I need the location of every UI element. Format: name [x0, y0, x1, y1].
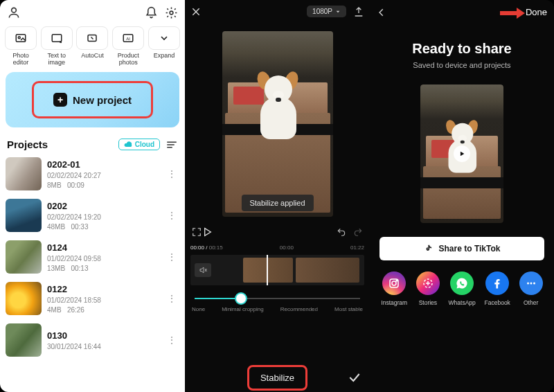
close-icon[interactable] [190, 6, 202, 17]
project-list: 0202-01 02/02/2024 20:27 8MB 00:09 ⋮ 020… [0, 153, 185, 361]
svg-point-10 [396, 280, 397, 282]
redo-icon[interactable] [353, 227, 363, 237]
project-thumbnail [6, 323, 42, 357]
video-preview[interactable]: Stabilize applied [195, 24, 360, 224]
playhead[interactable] [267, 255, 268, 285]
editor-panel: 1080P Stabilize applied 00:00 / 0 [185, 0, 370, 392]
fullscreen-icon[interactable] [192, 227, 202, 237]
social-row: Instagram Stories WhatsApp Facebook Othe… [370, 260, 554, 306]
svg-point-12 [527, 283, 529, 285]
done-button[interactable]: Done [526, 7, 547, 17]
resolution-dropdown[interactable]: 1080P [307, 6, 346, 17]
more-icon[interactable]: ⋮ [164, 335, 179, 346]
stabilize-button[interactable]: Stabilize [247, 365, 307, 391]
svg-point-9 [392, 281, 396, 285]
share-subtitle: Saved to device and projects [370, 61, 554, 69]
share-facebook[interactable]: Facebook [485, 271, 510, 306]
project-thumbnail [6, 240, 42, 274]
toast: Stabilize applied [241, 195, 313, 211]
mute-icon[interactable] [195, 263, 211, 277]
play-icon [454, 145, 470, 162]
svg-point-1 [170, 11, 173, 15]
cloud-chip[interactable]: Cloud [118, 139, 160, 150]
bell-icon[interactable] [145, 6, 158, 19]
project-row[interactable]: 0130 30/01/2024 16:44 ⋮ [4, 319, 181, 361]
export-icon[interactable] [353, 6, 364, 17]
svg-point-0 [12, 8, 17, 12]
confirm-icon[interactable] [348, 371, 361, 384]
clip[interactable] [296, 258, 359, 283]
undo-icon[interactable] [337, 227, 346, 237]
share-title: Ready to share [370, 41, 554, 57]
svg-point-14 [533, 283, 535, 285]
project-thumbnail [6, 157, 42, 190]
video-thumbnail[interactable] [420, 84, 503, 223]
svg-text:AI: AI [126, 37, 130, 41]
new-project-card: + New project [6, 72, 179, 127]
tool-row: Photo editor Text to image AutoCut AI Pr… [0, 24, 185, 66]
topbar [0, 0, 185, 24]
more-icon[interactable]: ⋮ [164, 168, 179, 179]
svg-point-3 [18, 37, 20, 39]
project-row[interactable]: 0124 01/02/2024 09:58 13MB 00:13 ⋮ [4, 236, 181, 278]
share-other[interactable]: Other [519, 271, 543, 306]
project-row[interactable]: 0202-01 02/02/2024 20:27 8MB 00:09 ⋮ [4, 153, 181, 195]
annotation-arrow-icon [500, 7, 525, 19]
project-thumbnail [6, 282, 42, 315]
more-icon[interactable]: ⋮ [164, 293, 179, 304]
share-stories[interactable]: Stories [416, 271, 440, 306]
plus-icon: + [53, 93, 67, 107]
svg-point-13 [530, 283, 532, 285]
profile-icon[interactable] [7, 6, 21, 19]
projects-header: Projects Cloud [0, 134, 185, 153]
share-whatsapp[interactable]: WhatsApp [449, 271, 476, 306]
share-instagram[interactable]: Instagram [381, 271, 407, 306]
play-icon[interactable] [202, 226, 337, 238]
sort-icon[interactable] [166, 140, 178, 150]
more-icon[interactable]: ⋮ [164, 251, 179, 262]
svg-rect-2 [16, 35, 26, 42]
stabilize-slider[interactable]: None Minimal cropping Recommended Most s… [185, 288, 370, 315]
share-panel: Done Ready to share Saved to device and … [370, 0, 554, 392]
tool-expand[interactable]: Expand [148, 26, 181, 66]
gear-icon[interactable] [165, 6, 178, 19]
tool-text-to-image[interactable]: Text to image [40, 26, 73, 66]
more-icon[interactable]: ⋮ [164, 210, 179, 221]
back-icon[interactable] [377, 8, 386, 17]
project-row[interactable]: 0122 01/02/2024 18:58 4MB 26:26 ⋮ [4, 278, 181, 319]
svg-rect-4 [52, 35, 62, 42]
tool-product-photos[interactable]: AI Product photos [111, 26, 145, 66]
tool-photo-editor[interactable]: Photo editor [4, 26, 37, 66]
project-thumbnail [6, 199, 42, 232]
home-panel: Photo editor Text to image AutoCut AI Pr… [0, 0, 185, 392]
project-row[interactable]: 0202 02/02/2024 19:20 48MB 00:33 ⋮ [4, 195, 181, 236]
share-tiktok-button[interactable]: Share to TikTok [379, 237, 544, 260]
timeline[interactable]: 00:00 / 00:15 00:00 01:22 [185, 242, 370, 288]
new-project-button[interactable]: + New project [32, 81, 153, 118]
tool-autocut[interactable]: AutoCut [76, 26, 109, 66]
